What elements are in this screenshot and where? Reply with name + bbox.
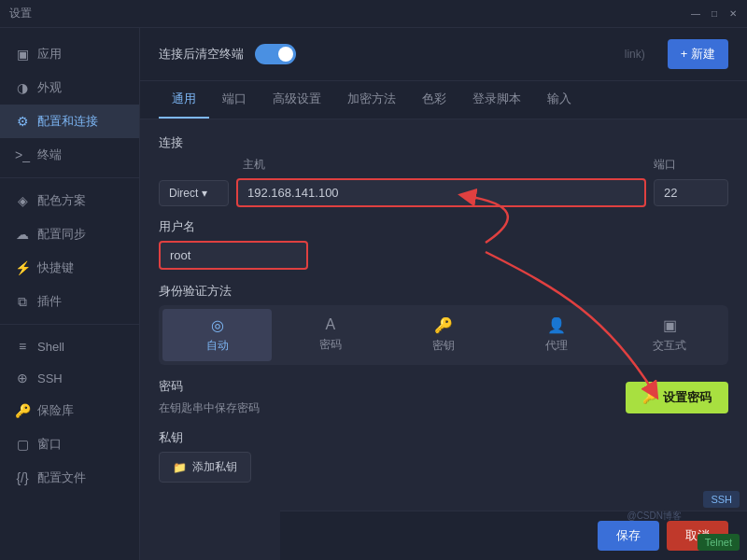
sidebar-label-shortcut: 快捷键 [37, 259, 74, 276]
chevron-down-icon: ▾ [202, 187, 207, 200]
tab-general[interactable]: 通用 [159, 81, 209, 119]
conn-labels-row: 主机 端口 [159, 157, 728, 173]
password-label: 密码 [159, 378, 626, 395]
tab-input[interactable]: 输入 [534, 81, 585, 119]
sidebar-item-shortcut[interactable]: ⚡ 快捷键 [0, 251, 139, 285]
sidebar-item-color[interactable]: ◈ 配色方案 [0, 184, 139, 217]
connection-type-select[interactable]: Direct ▾ [159, 180, 229, 206]
sidebar-label-window: 窗口 [37, 436, 62, 453]
window-icon: ▢ [15, 437, 30, 452]
auth-method-key[interactable]: 🔑 密钥 [388, 309, 498, 361]
sidebar-item-window[interactable]: ▢ 窗口 [0, 427, 139, 461]
private-key-label: 私钥 [159, 429, 728, 446]
vault-icon: 🔑 [15, 403, 30, 418]
sidebar-label-app: 应用 [37, 46, 62, 63]
add-private-key-button[interactable]: 📁 添加私钥 [159, 452, 251, 483]
auth-methods-group: ◎ 自动 A 密码 🔑 密钥 👤 代理 [159, 305, 728, 365]
minimize-button[interactable]: — [689, 7, 702, 21]
sidebar-label-plugin: 插件 [37, 293, 62, 310]
content-area: 连接后清空终端 link) + 新建 通用 端口 高级设置 加密方法 色彩 登录… [140, 28, 747, 560]
tab-color[interactable]: 色彩 [409, 81, 459, 119]
auth-method-label: 身份验证方法 [159, 283, 728, 300]
key-icon: 🔑 [434, 316, 453, 334]
sidebar-item-config[interactable]: ⚙ 配置和连接 [0, 105, 139, 138]
sidebar-item-plugin[interactable]: ⧉ 插件 [0, 285, 139, 318]
interactive-icon: ▣ [663, 316, 677, 334]
sidebar: ▣ 应用 ◑ 外观 ⚙ 配置和连接 >_ 终端 ◈ 配色方案 ☁ 配置同步 ⚡ … [0, 28, 140, 560]
password-save-note: 在钥匙串中保存密码 [159, 400, 626, 416]
auth-method-password[interactable]: A 密码 [275, 309, 385, 361]
tab-advanced[interactable]: 高级设置 [260, 81, 334, 119]
terminal-icon: >_ [15, 147, 30, 162]
tab-login[interactable]: 登录脚本 [459, 81, 534, 119]
close-button[interactable]: ✕ [726, 7, 740, 21]
tabs-bar: 通用 端口 高级设置 加密方法 色彩 登录脚本 输入 [140, 81, 747, 119]
clear-terminal-toggle[interactable] [255, 44, 296, 64]
auth-method-agent[interactable]: 👤 代理 [502, 309, 612, 361]
sidebar-item-appearance[interactable]: ◑ 外观 [0, 71, 139, 105]
host-input[interactable] [236, 178, 646, 207]
auth-agent-label: 代理 [545, 338, 568, 354]
password-letter-icon: A [325, 316, 335, 333]
tab-port[interactable]: 端口 [209, 81, 260, 119]
connection-label: 连接 [159, 134, 728, 151]
port-input[interactable] [654, 179, 728, 206]
port-input-wrap [654, 179, 728, 206]
save-button[interactable]: 保存 [598, 521, 659, 551]
sidebar-item-shell[interactable]: ≡ Shell [0, 330, 139, 362]
sidebar-divider-1 [0, 177, 139, 178]
appearance-icon: ◑ [15, 80, 30, 95]
sidebar-item-sync[interactable]: ☁ 配置同步 [0, 217, 139, 251]
sidebar-item-app[interactable]: ▣ 应用 [0, 37, 139, 71]
auth-password-label: 密码 [319, 337, 342, 353]
app-icon: ▣ [15, 47, 30, 62]
sidebar-item-ssh[interactable]: ⊕ SSH [0, 362, 139, 394]
form-content: 连接 主机 端口 Direct ▾ 用户名 [140, 119, 747, 511]
auth-method-interactive[interactable]: ▣ 交互式 [615, 309, 725, 361]
sidebar-item-config-file[interactable]: {/} 配置文件 [0, 461, 139, 495]
username-input[interactable] [159, 241, 308, 270]
main-layout: ▣ 应用 ◑ 外观 ⚙ 配置和连接 >_ 终端 ◈ 配色方案 ☁ 配置同步 ⚡ … [0, 28, 747, 560]
sidebar-label-terminal: 终端 [37, 147, 62, 163]
sidebar-divider-2 [0, 324, 139, 325]
sidebar-item-terminal[interactable]: >_ 终端 [0, 138, 139, 172]
add-key-label: 添加私钥 [192, 459, 237, 475]
set-password-button[interactable]: 🔑 设置密码 [626, 382, 728, 413]
private-key-section: 私钥 📁 添加私钥 [159, 429, 728, 483]
telnet-badge: Telnet [698, 534, 740, 551]
new-button[interactable]: + 新建 [668, 39, 728, 69]
auto-icon: ◎ [211, 316, 224, 334]
watermark: @CSDN博客 [627, 510, 683, 523]
right-hint: link) [613, 42, 656, 66]
shortcut-icon: ⚡ [15, 260, 30, 275]
auth-key-label: 密钥 [432, 338, 455, 354]
color-icon: ◈ [15, 193, 30, 208]
username-label: 用户名 [159, 218, 728, 235]
conn-field-group: Direct ▾ [159, 178, 728, 207]
folder-icon: 📁 [173, 461, 187, 474]
port-label: 端口 [654, 157, 728, 173]
plugin-icon: ⧉ [15, 294, 30, 310]
titlebar: 设置 — □ ✕ [0, 0, 747, 28]
tab-crypto[interactable]: 加密方法 [334, 81, 409, 119]
maximize-button[interactable]: □ [708, 7, 721, 21]
host-label: 主机 [243, 157, 644, 173]
set-password-label: 设置密码 [663, 389, 712, 406]
config-icon: ⚙ [15, 114, 30, 129]
sidebar-label-ssh: SSH [37, 371, 63, 385]
sidebar-label-sync: 配置同步 [37, 226, 86, 243]
password-section: 密码 在钥匙串中保存密码 🔑 设置密码 [159, 378, 728, 416]
connection-type-value: Direct [169, 187, 198, 200]
auth-method-auto[interactable]: ◎ 自动 [162, 309, 272, 361]
sync-icon: ☁ [15, 227, 30, 242]
config-file-icon: {/} [15, 470, 30, 485]
sidebar-label-vault: 保险库 [37, 402, 74, 419]
key-icon-btn: 🔑 [642, 390, 657, 404]
clear-terminal-label: 连接后清空终端 [159, 46, 244, 63]
agent-icon: 👤 [547, 316, 566, 334]
username-section: 用户名 [159, 218, 728, 270]
sidebar-item-vault[interactable]: 🔑 保险库 [0, 394, 139, 427]
sidebar-label-appearance: 外观 [37, 79, 62, 96]
sidebar-label-color: 配色方案 [37, 192, 86, 209]
host-input-wrap [236, 178, 646, 207]
